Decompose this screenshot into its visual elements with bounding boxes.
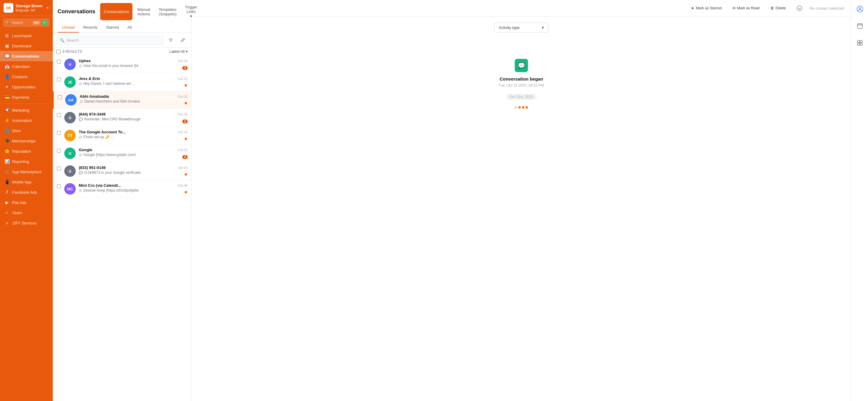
conv-list: U Uphex Oct 31 @ View this email in your… bbox=[53, 56, 191, 401]
sidebar-item-label: Reputation bbox=[12, 149, 31, 154]
svg-rect-6 bbox=[858, 43, 860, 45]
select-all-checkbox[interactable] bbox=[56, 50, 61, 54]
delete-button[interactable]: 🗑 Delete bbox=[767, 4, 790, 12]
filter-button[interactable] bbox=[166, 35, 176, 45]
conv-avatar: MC bbox=[64, 183, 76, 195]
conv-item-date: Oct 31 bbox=[178, 77, 188, 81]
edit-button[interactable] bbox=[178, 35, 188, 45]
user-profile-icon bbox=[857, 6, 863, 12]
sidebar-item-contacts[interactable]: 👤 Contacts bbox=[0, 71, 53, 82]
activity-type-dropdown[interactable]: Activity type ▾ bbox=[494, 23, 549, 33]
sort-dropdown[interactable]: Latest-All ▾ bbox=[169, 50, 188, 54]
conv-item-google-account[interactable]: TT The Google Account Te... Oct 31 @ Fin… bbox=[53, 127, 191, 145]
sidebar-item-tasks[interactable]: ✓ Tasks bbox=[0, 208, 53, 218]
subtab-starred[interactable]: Starred bbox=[102, 23, 123, 33]
read-label: Mark as Read bbox=[737, 6, 760, 10]
conv-item-name: Mint Cro (via Calendl... bbox=[79, 183, 121, 188]
sidebar-item-mobile-app[interactable]: 📱 Mobile App bbox=[0, 177, 53, 187]
sidebar-item-plai-ads[interactable]: ▶ Plai Ads bbox=[0, 197, 53, 208]
main-topbar: ★ Mark as Starred ✉ Mark as Read 🗑 Delet… bbox=[192, 0, 851, 17]
sidebar-item-conversations[interactable]: 💬 Conversations bbox=[0, 51, 53, 61]
conv-item-date: Oct 31 bbox=[178, 113, 188, 116]
sidebar-item-dashboard[interactable]: ▣ Dashboard bbox=[0, 41, 53, 51]
sidebar-item-reporting[interactable]: 📊 Reporting bbox=[0, 156, 53, 166]
conv-item-checkbox[interactable] bbox=[56, 184, 61, 188]
tab-conversations[interactable]: Conversations bbox=[100, 3, 132, 20]
conv-item-844[interactable]: G (844) 974-3449 Oct 31 💬 Reminder: Mint… bbox=[53, 109, 191, 127]
conv-avatar: AA bbox=[65, 94, 76, 105]
sidebar-item-label: Sites bbox=[12, 128, 21, 133]
conv-item-checkbox[interactable] bbox=[56, 166, 61, 171]
mark-starred-button[interactable]: ★ Mark as Starred bbox=[687, 4, 725, 12]
sidebar-item-automation[interactable]: ⚡ Automation bbox=[0, 115, 53, 125]
tab-templates[interactable]: Templates (Snippets) bbox=[155, 3, 180, 20]
conv-sub-tabs: Unread Recents Starred All bbox=[58, 23, 186, 33]
conv-item-top: Abhi Amalsadia Oct 31 bbox=[80, 94, 188, 99]
starred-label: Mark as Starred bbox=[696, 6, 721, 10]
conv-item-body: Google Oct 31 @ Google [https://www.gsta… bbox=[79, 148, 188, 157]
conv-item-checkbox[interactable] bbox=[56, 113, 61, 117]
facebook-ads-icon: f bbox=[4, 190, 10, 195]
conv-item-name: (844) 974-3449 bbox=[79, 112, 105, 117]
reporting-icon: 📊 bbox=[4, 159, 10, 164]
sidebar-item-facebook-ads[interactable]: f Facebook Ads bbox=[0, 187, 53, 197]
conv-item-833[interactable]: G (833) 951-0149 Oct 31 💬 G-008673 is yo… bbox=[53, 162, 191, 180]
search-input[interactable] bbox=[12, 21, 31, 25]
sidebar-item-app-marketplace[interactable]: 🛒 App Marketplace bbox=[0, 166, 53, 177]
typing-dot-4 bbox=[526, 106, 528, 109]
sidebar-item-memberships[interactable]: 🎓 Memberships bbox=[0, 136, 53, 146]
conv-item-checkbox[interactable] bbox=[57, 95, 62, 99]
add-button[interactable]: + bbox=[42, 20, 48, 25]
contact-profile-button[interactable] bbox=[855, 4, 865, 14]
conv-item-preview-text: Hey Daniel, I can't believe we'... bbox=[83, 82, 134, 86]
conv-item-date: Oct 31 bbox=[178, 148, 188, 152]
svg-rect-4 bbox=[858, 40, 860, 42]
nav-divider bbox=[0, 103, 53, 104]
conv-item-checkbox[interactable] bbox=[56, 149, 61, 153]
conv-item-jess-erin[interactable]: JE Jess & Erin Oct 31 @ Hey Daniel, I ca… bbox=[53, 73, 191, 91]
sidebar-item-opportunities[interactable]: ✦ Opportunities bbox=[0, 82, 53, 92]
expand-button[interactable] bbox=[793, 4, 806, 13]
sidebar-item-launchpad[interactable]: ⊞ Launchpad bbox=[0, 30, 53, 41]
conv-item-name: Abhi Amalsadia bbox=[80, 94, 109, 99]
sidebar-item-payments[interactable]: 💳 Payments bbox=[0, 92, 53, 102]
sidebar-search-container[interactable]: 🔍 ⌘K + bbox=[3, 19, 50, 27]
conv-item-date: Oct 31 bbox=[178, 95, 188, 98]
conv-item-mint-cro[interactable]: MC Mint Cro (via Calendl... Oct 30 @ Des… bbox=[53, 180, 191, 198]
typing-dot-1 bbox=[515, 106, 517, 109]
conv-item-name: Uphex bbox=[79, 59, 91, 63]
grid-button[interactable] bbox=[855, 37, 865, 48]
sidebar-item-calendars[interactable]: 📅 Calendars bbox=[0, 61, 53, 71]
conv-search-input[interactable] bbox=[66, 38, 160, 42]
tab-manual-actions[interactable]: Manual Actions bbox=[134, 3, 154, 20]
sidebar-search-icon: 🔍 bbox=[5, 21, 10, 25]
subtab-recents[interactable]: Recents bbox=[79, 23, 102, 33]
conv-item-body: Mint Cro (via Calendl... Oct 30 @ Desire… bbox=[79, 183, 188, 192]
app-marketplace-icon: 🛒 bbox=[4, 169, 10, 174]
sort-label: Latest-All bbox=[169, 50, 185, 54]
subtab-unread[interactable]: Unread bbox=[58, 23, 79, 33]
conv-item-top: Uphex Oct 31 bbox=[79, 59, 188, 63]
subtab-all[interactable]: All bbox=[123, 23, 136, 33]
typing-dots bbox=[515, 106, 528, 109]
svg-point-2 bbox=[859, 7, 861, 9]
conv-item-abhi[interactable]: AA Abhi Amalsadia Oct 31 @ Daniel Hartzh… bbox=[53, 91, 191, 109]
sidebar-item-dfy-services[interactable]: » DFY Services bbox=[0, 218, 53, 228]
conv-item-uphex[interactable]: U Uphex Oct 31 @ View this email in your… bbox=[53, 56, 191, 73]
conv-item-body: (833) 951-0149 Oct 31 💬 G-008673 is your… bbox=[79, 165, 188, 175]
sidebar-item-reputation[interactable]: ⭐ Reputation bbox=[0, 146, 53, 156]
conv-search-field[interactable]: 🔍 bbox=[56, 36, 163, 45]
typing-dot-3 bbox=[522, 106, 524, 109]
sidebar-item-marketing[interactable]: 📢 Marketing bbox=[0, 105, 53, 115]
conv-item-checkbox[interactable] bbox=[56, 60, 61, 64]
calendar-button[interactable] bbox=[855, 21, 865, 31]
sidebar-item-sites[interactable]: 🌐 Sites bbox=[0, 125, 53, 136]
conv-item-checkbox[interactable] bbox=[56, 78, 61, 82]
conv-item-preview: @ Finish set-up 🔑 ... bbox=[79, 135, 188, 139]
typing-dot-2 bbox=[518, 106, 521, 109]
conv-item-checkbox[interactable] bbox=[56, 131, 61, 135]
mark-read-button[interactable]: ✉ Mark as Read bbox=[729, 4, 763, 12]
conv-started-date: Tue, Oct 31 2023, 06:51 PM bbox=[499, 83, 544, 88]
sidebar-header[interactable]: SB Storage Boom Belgrade, MT ▼ bbox=[0, 0, 53, 16]
conv-item-google[interactable]: G Google Oct 31 @ Google [https://www.gs… bbox=[53, 145, 191, 162]
